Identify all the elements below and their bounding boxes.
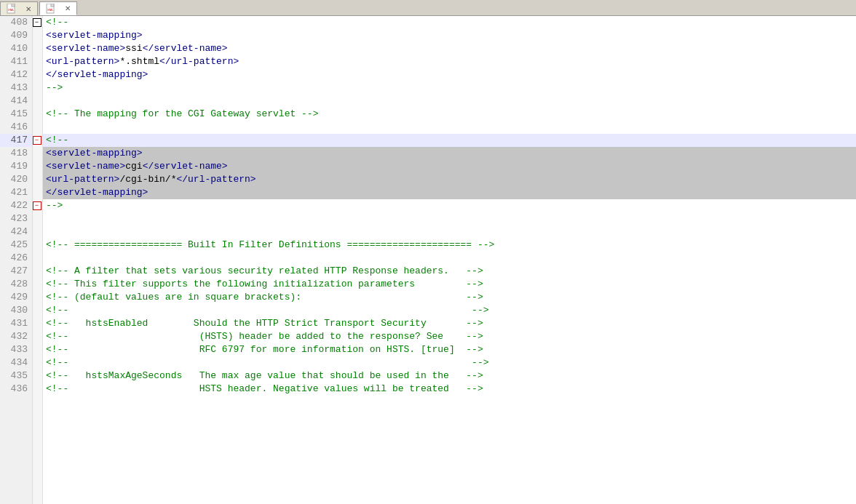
line-number-435: 435 [0,369,32,383]
line-number-414: 414 [0,95,32,108]
code-line-426 [43,252,856,265]
code-line-424 [43,225,856,239]
line-number-429: 429 [0,291,32,304]
tab-bar: XML ✕ XML ✕ [0,0,856,16]
code-line-408: <!-- [43,16,856,29]
fold-close-icon-422[interactable]: − [33,201,41,210]
line-number-412: 412 [0,68,32,81]
code-line-420: <url-pattern>/cgi-bin/*</url-pattern> [43,173,856,186]
gutter-cell-416 [33,121,42,134]
line-number-408: 408 [0,16,32,29]
gutter-cell-410 [33,42,42,55]
gutter-cell-429 [33,291,42,304]
line-number-421: 421 [0,186,32,199]
gutter-cell-413 [33,81,42,95]
line-number-425: 425 [0,239,32,252]
code-line-428: <!-- This filter supports the following … [43,278,856,291]
gutter-cell-426 [33,252,42,265]
code-content[interactable]: <!-- <servlet-mapping> <servlet-name>ssi… [43,16,856,504]
code-line-415: <!-- The mapping for the CGI Gateway ser… [43,108,856,121]
gutter-cell-428 [33,278,42,291]
line-number-431: 431 [0,317,32,330]
line-number-424: 424 [0,225,32,239]
code-line-421: </servlet-mapping> [43,186,856,199]
svg-text:XML: XML [47,8,54,12]
code-line-431: <!-- hstsEnabled Should the HTTP Strict … [43,317,856,330]
line-number-409: 409 [0,29,32,42]
line-number-416: 416 [0,121,32,134]
svg-rect-4 [51,4,54,7]
line-number-418: 418 [0,147,32,160]
code-line-410: <servlet-name>ssi</servlet-name> [43,42,856,55]
gutter-cell-411 [33,55,42,68]
code-line-433: <!-- RFC 6797 for more information on HS… [43,343,856,356]
gutter-cell-414 [33,95,42,108]
code-line-418: <servlet-mapping> [43,147,856,160]
code-line-414 [43,95,856,108]
code-line-430: <!-- --> [43,304,856,317]
code-line-411: <url-pattern>*.shtml</url-pattern> [43,55,856,68]
line-number-423: 423 [0,212,32,225]
xml-file-icon-2: XML [46,4,56,14]
tab-server-xml-close[interactable]: ✕ [25,5,31,13]
code-line-422: --> [43,199,856,212]
xml-file-icon: XML [7,4,17,14]
line-numbers: 4084094104114124134144154164174184194204… [0,16,33,504]
fold-icon-408[interactable]: − [33,18,41,27]
line-number-422: 422 [0,199,32,212]
line-number-410: 410 [0,42,32,55]
gutter-cell-436 [33,383,42,396]
svg-rect-1 [12,4,15,7]
tab-web-xml-close[interactable]: ✕ [65,4,71,12]
line-number-433: 433 [0,343,32,356]
gutter-cell-427 [33,265,42,278]
gutter-cell-432 [33,330,42,343]
svg-text:XML: XML [8,8,15,12]
gutter-cell-412 [33,68,42,81]
code-line-409: <servlet-mapping> [43,29,856,42]
code-line-427: <!-- A filter that sets various security… [43,265,856,278]
line-number-415: 415 [0,108,32,121]
fold-icon-417[interactable]: − [33,136,41,145]
line-number-436: 436 [0,383,32,396]
tab-server-xml[interactable]: XML ✕ [0,1,38,15]
line-number-430: 430 [0,304,32,317]
gutter-cell-434 [33,356,42,369]
line-number-420: 420 [0,173,32,186]
code-line-425: <!-- =================== Built In Filter… [43,239,856,252]
line-number-432: 432 [0,330,32,343]
gutter-cell-409 [33,29,42,42]
gutter-cell-415 [33,108,42,121]
gutter-cell-408: − [33,16,42,29]
line-number-413: 413 [0,81,32,95]
code-line-416 [43,121,856,134]
gutter-cell-430 [33,304,42,317]
tab-web-xml[interactable]: XML ✕ [39,1,77,15]
code-line-417: <!-- [43,134,856,147]
gutter-cell-433 [33,343,42,356]
code-line-423 [43,212,856,225]
code-line-434: <!-- --> [43,356,856,369]
gutter-cell-435 [33,369,42,383]
gutter-cell-431 [33,317,42,330]
line-number-419: 419 [0,160,32,173]
gutter-cell-419 [33,160,42,173]
line-number-426: 426 [0,252,32,265]
editor: 4084094104114124134144154164174184194204… [0,16,856,504]
code-line-413: --> [43,81,856,95]
gutter-cell-420 [33,173,42,186]
code-line-432: <!-- (HSTS) header be added to the respo… [43,330,856,343]
gutter-cell-417: − [33,134,42,147]
line-number-434: 434 [0,356,32,369]
code-line-419: <servlet-name>cgi</servlet-name> [43,160,856,173]
code-line-412: </servlet-mapping> [43,68,856,81]
code-line-436: <!-- HSTS header. Negative values will b… [43,383,856,396]
gutter-cell-422: − [33,199,42,212]
line-number-411: 411 [0,55,32,68]
gutter-cell-425 [33,239,42,252]
line-number-427: 427 [0,265,32,278]
line-number-428: 428 [0,278,32,291]
gutter: −−− [33,16,43,504]
gutter-cell-421 [33,186,42,199]
line-number-417: 417 [0,134,32,147]
